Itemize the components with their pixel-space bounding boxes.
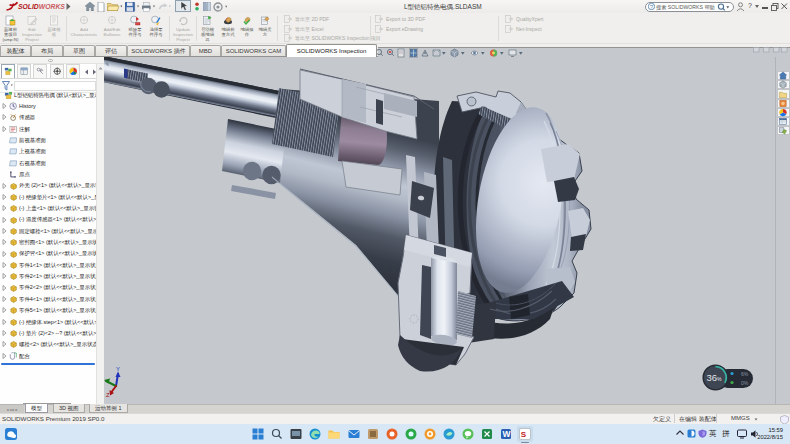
svg-text:6%: 6% <box>741 371 749 377</box>
svg-text:W: W <box>503 429 512 439</box>
svg-text:SOLIDWORKS: SOLIDWORKS <box>18 3 65 10</box>
svg-text:Y: Y <box>116 366 120 372</box>
svg-text:?: ? <box>650 4 653 10</box>
svg-text:Z: Z <box>106 392 110 398</box>
svg-text:0%: 0% <box>741 380 749 386</box>
svg-text:S: S <box>521 430 527 439</box>
